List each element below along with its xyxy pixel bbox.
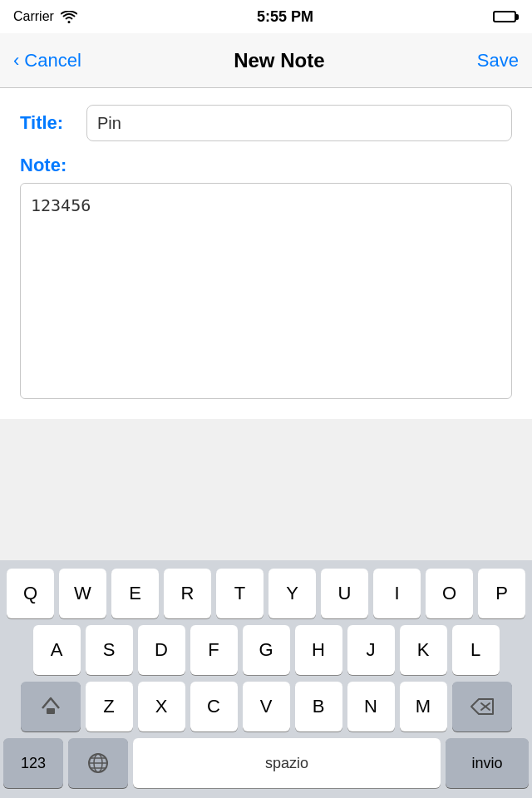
- key-shift[interactable]: [21, 682, 81, 732]
- key-o[interactable]: O: [426, 569, 473, 618]
- key-q[interactable]: Q: [7, 569, 54, 618]
- shift-icon: [39, 695, 62, 718]
- key-w[interactable]: W: [59, 569, 106, 618]
- title-input[interactable]: [86, 105, 512, 141]
- key-l[interactable]: L: [452, 625, 500, 675]
- key-space[interactable]: spazio: [133, 738, 441, 788]
- nav-bar: ‹ Cancel New Note Save: [0, 33, 532, 88]
- page-title: New Note: [234, 49, 324, 72]
- battery-icon: [493, 11, 519, 22]
- cancel-button[interactable]: ‹ Cancel: [13, 50, 81, 71]
- key-return[interactable]: invio: [446, 738, 529, 788]
- wifi-icon: [61, 9, 77, 24]
- key-e[interactable]: E: [111, 569, 159, 618]
- key-f[interactable]: F: [190, 625, 238, 675]
- form-content: Title: Note:: [0, 88, 532, 419]
- key-m[interactable]: M: [400, 682, 447, 732]
- status-right: [493, 11, 519, 22]
- key-y[interactable]: Y: [268, 569, 316, 618]
- key-d[interactable]: D: [138, 625, 185, 675]
- cancel-label: Cancel: [24, 50, 81, 71]
- keyboard-row-4: 123 spazio invio: [3, 738, 529, 788]
- key-u[interactable]: U: [321, 569, 368, 618]
- key-j[interactable]: J: [347, 625, 395, 675]
- keyboard-row-1: Q W E R T Y U I O P: [3, 569, 529, 618]
- key-x[interactable]: X: [138, 682, 185, 732]
- note-label-row: Note:: [20, 155, 512, 176]
- title-row: Title:: [20, 105, 512, 141]
- status-time: 5:55 PM: [257, 8, 313, 26]
- key-k[interactable]: K: [400, 625, 447, 675]
- key-b[interactable]: B: [295, 682, 342, 732]
- keyboard-row-3: Z X C V B N M: [3, 682, 529, 732]
- key-a[interactable]: A: [33, 625, 81, 675]
- key-s[interactable]: S: [86, 625, 133, 675]
- key-v[interactable]: V: [243, 682, 290, 732]
- key-t[interactable]: T: [216, 569, 264, 618]
- key-r[interactable]: R: [164, 569, 211, 618]
- globe-icon: [87, 752, 109, 774]
- note-textarea[interactable]: [20, 183, 512, 399]
- key-globe[interactable]: [68, 738, 128, 788]
- note-label: Note:: [20, 155, 86, 176]
- key-p[interactable]: P: [478, 569, 525, 618]
- key-n[interactable]: N: [347, 682, 395, 732]
- key-h[interactable]: H: [295, 625, 342, 675]
- key-z[interactable]: Z: [86, 682, 133, 732]
- svg-rect-0: [47, 708, 55, 714]
- backspace-icon: [470, 697, 495, 716]
- key-numbers[interactable]: 123: [3, 738, 63, 788]
- key-i[interactable]: I: [373, 569, 421, 618]
- save-button[interactable]: Save: [477, 50, 519, 71]
- status-bar: Carrier 5:55 PM: [0, 0, 532, 33]
- keyboard-row-2: A S D F G H J K L: [3, 625, 529, 675]
- key-g[interactable]: G: [243, 625, 290, 675]
- chevron-left-icon: ‹: [13, 50, 19, 71]
- key-backspace[interactable]: [452, 682, 512, 732]
- carrier-label: Carrier: [13, 9, 54, 24]
- title-label: Title:: [20, 112, 86, 134]
- key-c[interactable]: C: [190, 682, 238, 732]
- keyboard: Q W E R T Y U I O P A S D F G H J K L Z …: [0, 560, 532, 798]
- status-left: Carrier: [13, 9, 77, 24]
